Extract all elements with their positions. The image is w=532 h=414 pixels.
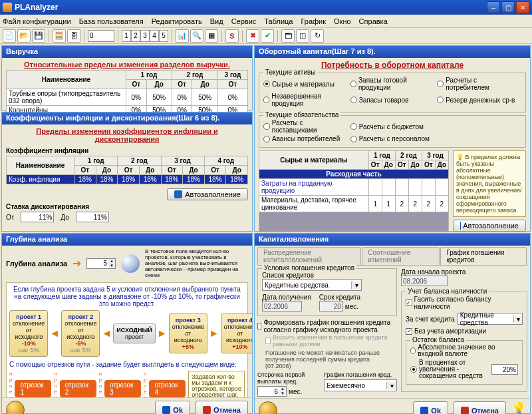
depth-note: В текстовое поле вводится кол-во проекто… xyxy=(145,248,248,278)
arrow-icon: ➜ xyxy=(72,257,81,270)
opt-pct[interactable]: В процентах от увеличения - сокращения с… xyxy=(410,359,489,379)
tool-table[interactable]: ▦ xyxy=(205,29,218,43)
tool-spin[interactable]: 0 xyxy=(88,30,114,42)
coin-icon xyxy=(6,401,25,414)
coin-icon xyxy=(259,401,277,414)
cap-cancel-button[interactable]: Отмена xyxy=(454,401,506,414)
tool-calc[interactable]: 🧮 xyxy=(53,29,66,43)
menu-chart[interactable]: График xyxy=(301,17,326,25)
menu-edit[interactable]: Редактировать xyxy=(152,17,202,25)
opt-ready[interactable]: Запасы готовой продукции xyxy=(350,77,435,91)
opt-budget[interactable]: Расчеты с бюджетом xyxy=(350,119,435,134)
opt-advance[interactable]: Авансы потребителей xyxy=(263,135,348,142)
opt-supp[interactable]: Расчеты с поставщиками xyxy=(263,119,348,134)
opt-wip[interactable]: Незавершенная продукция xyxy=(263,93,348,107)
minimize-button[interactable]: – xyxy=(487,1,500,13)
project-box: проект 4отклонениеот исходного+10% xyxy=(221,313,252,353)
discount-label: Ставка дисконтирования xyxy=(6,203,248,210)
tool-zoom[interactable]: 🔍 xyxy=(190,29,203,43)
discount-from-input[interactable] xyxy=(21,212,54,222)
close-button[interactable]: ✕ xyxy=(516,1,529,13)
term-field xyxy=(319,301,343,311)
depth-input[interactable]: ▲▼ xyxy=(86,258,116,269)
menu-window[interactable]: Окно xyxy=(334,17,351,25)
pane-working-capital: Оборотный капитал(Шаг 7 из 8). Потребнос… xyxy=(254,45,531,232)
menu-help[interactable]: Справка xyxy=(359,17,388,25)
opt-raw[interactable]: Сырье и материалы xyxy=(263,77,348,91)
toolbar: 📄 📂 💾 🧮 🗄 0 12345 📊 🔍 ▦ S ✖ ✔ 🗔 ◫ ↻ xyxy=(0,28,532,44)
check-icon xyxy=(162,406,170,414)
cancel-button[interactable]: Отмена xyxy=(196,401,248,414)
menu-table[interactable]: Таблица xyxy=(264,17,293,25)
app-titlebar: PLAnalyzer – ▢ ✕ xyxy=(0,0,532,15)
menu-service[interactable]: Сервис xyxy=(231,17,257,25)
pane-capital-title: Капиталовложения xyxy=(255,234,530,246)
cap-ok-button[interactable]: Ok xyxy=(413,401,448,414)
pane-inflation-title: Коэффициенты инфляции и дисконтирования(… xyxy=(2,112,252,124)
app-icon xyxy=(3,3,12,12)
tool-page-numbers[interactable]: 12345 xyxy=(122,30,168,42)
tool-new[interactable]: 📄 xyxy=(3,29,16,43)
pane-revenue: Выручка Относительные пределы изменения … xyxy=(1,45,253,110)
segment: отрезок 1 xyxy=(15,380,51,397)
tab-ratio[interactable]: Соотношение изменений xyxy=(362,247,440,265)
table-row: Трубные опоры (типопредставитель 032 опо… xyxy=(7,89,248,106)
tool-redo[interactable]: ✔ xyxy=(261,29,274,43)
offset-input[interactable]: ▲▼ xyxy=(257,386,287,397)
x-icon xyxy=(203,406,211,414)
pane-depth-title: Глубина анализа xyxy=(2,234,252,246)
help-icon[interactable]: 💡 xyxy=(511,401,526,414)
schedule-select[interactable]: Ежемесячно xyxy=(324,379,397,391)
credit-select[interactable]: Кредитные средства xyxy=(262,279,362,291)
opt-cash[interactable]: Резерв денежных ср-в xyxy=(437,93,521,107)
tool-chart[interactable]: 📊 xyxy=(176,29,189,43)
project-box-current: ИСХОДНЫЙпроект xyxy=(113,323,155,343)
opt-cust[interactable]: Расчеты с потребителем xyxy=(437,77,521,91)
wc-tip: 💡 В пределах должны быть указаны абсолют… xyxy=(453,150,526,217)
tool-font[interactable]: S xyxy=(225,29,239,43)
wc-grid[interactable]: Сырье и материалы1 год2 год3 год ОтДоОтД… xyxy=(259,150,449,232)
pane-wc-title: Оборотный капитал(Шаг 7 из 8). xyxy=(255,46,530,58)
tool-cascade[interactable]: 🗔 xyxy=(281,29,295,43)
tab-schedule[interactable]: График погашения кредитов xyxy=(440,247,527,265)
opt-goods[interactable]: Запасы товаров xyxy=(350,93,435,107)
tool-open[interactable]: 📂 xyxy=(17,29,31,43)
tool-db[interactable]: 🗄 xyxy=(67,29,80,43)
menu-file[interactable]: Файл конфигурации xyxy=(3,17,71,25)
opt-abs[interactable]: Абсолютное значение во входной валюте xyxy=(410,344,518,357)
tool-undo[interactable]: ✖ xyxy=(246,29,259,43)
segment: отрезок 4 xyxy=(149,380,186,397)
wc-autofill-button[interactable]: Автозаполнение xyxy=(453,220,526,232)
start-field xyxy=(401,276,448,286)
x-icon xyxy=(461,407,469,414)
autofill-icon xyxy=(174,190,182,198)
maximize-button[interactable]: ▢ xyxy=(501,1,515,13)
chk-amort[interactable]: Без учета амортизации xyxy=(406,327,523,335)
account-select[interactable]: Кредитные средства xyxy=(458,313,523,325)
menu-view[interactable]: Вид xyxy=(210,17,223,25)
tab-distribution[interactable]: Распределение капиталовложений xyxy=(257,247,361,265)
inflation-grid[interactable]: Наименование 1 год2 год 3 год4 год ОтДо … xyxy=(6,156,248,184)
table-row: Материалы, доставка, горячее цинкование1… xyxy=(259,196,449,212)
menu-userdb[interactable]: База пользователя xyxy=(79,17,144,25)
pane-revenue-title: Выручка xyxy=(2,46,252,58)
chk-balance[interactable]: Гасить согласно балансу наличности xyxy=(406,296,523,310)
app-title: PLAnalyzer xyxy=(15,3,487,12)
ok-button[interactable]: Ok xyxy=(155,401,190,414)
project-box: проект 3отклонениеот исходного+5% xyxy=(169,313,207,353)
pct-input[interactable] xyxy=(491,364,518,375)
check-icon xyxy=(420,407,428,414)
project-box: проект 2отклонениеот исходного-5%шаг 5% xyxy=(61,310,100,357)
pane-depth: Глубина анализа Глубина анализа ➜ ▲▼ В т… xyxy=(1,233,253,414)
table-row: Затраты на проданную продукцию xyxy=(259,179,449,196)
chk-form-schedule[interactable]: Формировать график погашения кредита сог… xyxy=(257,319,397,333)
pane-capital: Капиталовложения Распределение капиталов… xyxy=(254,233,531,414)
tool-refresh[interactable]: ↻ xyxy=(311,29,324,43)
tool-save[interactable]: 💾 xyxy=(32,29,45,43)
depth-label: Глубина анализа xyxy=(6,260,67,268)
table-row: Коэф. инфляции 18%18% 18%18% 18%18% 18%1… xyxy=(7,175,248,184)
opt-staff[interactable]: Расчеты с персоналом xyxy=(350,135,435,142)
discount-to-input[interactable] xyxy=(76,212,109,222)
tool-tile[interactable]: ◫ xyxy=(296,29,309,43)
autofill-button[interactable]: Автозаполнение xyxy=(167,188,248,200)
